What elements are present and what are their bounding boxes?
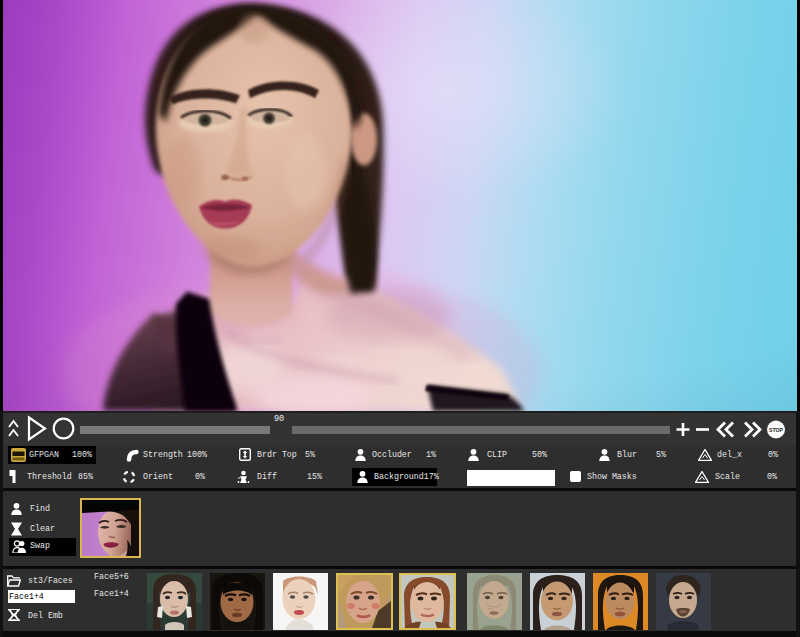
svg-text:STOP: STOP: [769, 427, 784, 433]
